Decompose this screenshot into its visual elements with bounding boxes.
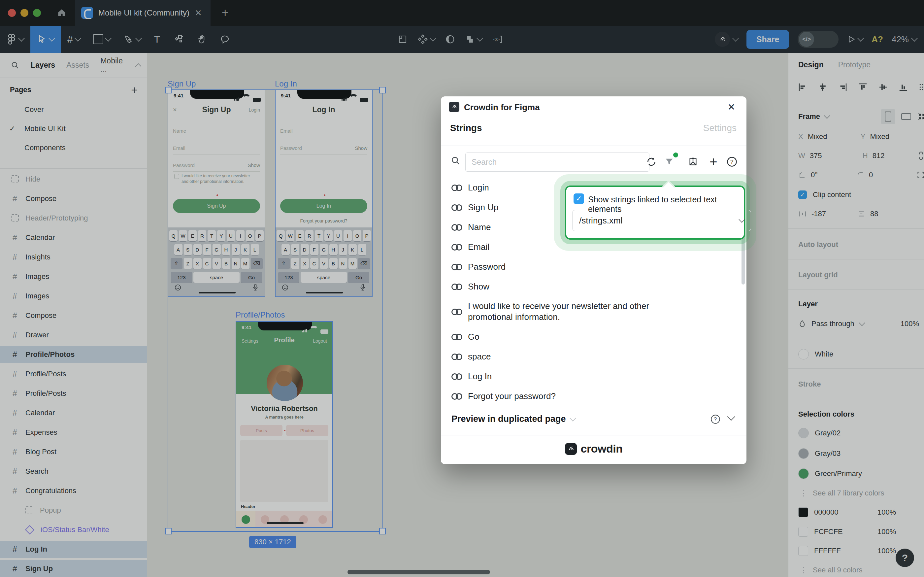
- layer-row[interactable]: #Search: [0, 463, 147, 480]
- mask-icon[interactable]: [445, 34, 455, 44]
- x-value[interactable]: Mixed: [808, 132, 844, 141]
- fill-name[interactable]: White: [815, 350, 833, 358]
- layer-row[interactable]: #Congratulations: [0, 482, 147, 500]
- layer-row[interactable]: #Compose: [0, 307, 147, 324]
- strings-file-dropdown[interactable]: /strings.xml: [572, 210, 751, 231]
- selection-color-row[interactable]: Green/Primary: [788, 466, 924, 482]
- component-tool-button[interactable]: [167, 26, 190, 53]
- pages-panel-icon[interactable]: [398, 34, 407, 44]
- frame-section-header[interactable]: Frame: [798, 112, 820, 121]
- selection-color-value-row[interactable]: 000000 100%: [788, 504, 924, 520]
- show-linked-checkbox[interactable]: ✓: [573, 193, 584, 204]
- color-swatch[interactable]: [798, 546, 808, 556]
- color-swatch[interactable]: [798, 507, 808, 517]
- minimize-window-icon[interactable]: [21, 9, 28, 17]
- constrain-proportions-icon[interactable]: [917, 151, 924, 161]
- layer-row-selected[interactable]: #Log In: [0, 541, 147, 558]
- close-modal-icon[interactable]: ✕: [728, 102, 735, 113]
- home-icon[interactable]: [53, 8, 70, 18]
- text-tool-button[interactable]: T: [148, 26, 167, 53]
- horizontal-gap-value[interactable]: -187: [811, 210, 843, 218]
- color-swatch[interactable]: [798, 527, 808, 537]
- tab-strings[interactable]: Strings: [450, 123, 482, 133]
- layer-row[interactable]: #Profile/Posts: [0, 385, 147, 402]
- frame-tool-button[interactable]: #: [61, 26, 87, 53]
- layer-row[interactable]: #Drawer: [0, 326, 147, 343]
- layer-row[interactable]: Popup: [0, 502, 147, 519]
- layer-row[interactable]: Header/Prototyping: [0, 210, 147, 227]
- selection-handle[interactable]: [165, 87, 172, 93]
- collapse-panel-icon[interactable]: [135, 63, 141, 69]
- help-icon[interactable]: ?: [724, 154, 740, 170]
- y-value[interactable]: Mixed: [870, 132, 889, 141]
- string-row[interactable]: Log In: [441, 366, 747, 386]
- horizontal-scrollbar[interactable]: [348, 570, 490, 574]
- zoom-window-icon[interactable]: [33, 9, 41, 17]
- search-icon[interactable]: [11, 61, 19, 70]
- file-tab[interactable]: Mobile UI kit (Community) ✕: [75, 0, 211, 26]
- color-swatch[interactable]: [798, 468, 809, 479]
- layer-row[interactable]: #Calendar: [0, 229, 147, 246]
- see-all-library-colors[interactable]: ⋮See all 7 library colors: [788, 486, 924, 500]
- frame-label-profile[interactable]: Profile/Photos: [236, 310, 285, 319]
- frame-label-signup[interactable]: Sign Up: [167, 79, 196, 89]
- shrink-to-fit-icon[interactable]: [917, 112, 924, 121]
- tab-design[interactable]: Design: [798, 60, 824, 69]
- align-h-center-icon[interactable]: [818, 82, 827, 92]
- close-window-icon[interactable]: [8, 9, 16, 17]
- layer-row[interactable]: #Expenses: [0, 424, 147, 441]
- current-user-avatar[interactable]: [715, 32, 738, 47]
- add-string-icon[interactable]: +: [705, 154, 721, 170]
- layer-row-selected[interactable]: #Profile/Photos: [0, 346, 147, 363]
- dev-resources-icon[interactable]: </>: [492, 34, 503, 44]
- align-v-center-icon[interactable]: [878, 82, 888, 92]
- new-tab-button[interactable]: +: [211, 6, 240, 20]
- blend-mode-value[interactable]: Pass through: [811, 319, 854, 328]
- expand-preview-icon[interactable]: [727, 413, 735, 421]
- share-button[interactable]: Share: [747, 30, 789, 49]
- color-swatch[interactable]: [798, 428, 809, 438]
- layer-row-selected[interactable]: #Sign Up: [0, 560, 147, 577]
- selection-color-value-row[interactable]: FCFCFE 100%: [788, 524, 924, 540]
- fill-swatch[interactable]: [798, 349, 809, 359]
- pen-tool-button[interactable]: [117, 26, 148, 53]
- tab-assets[interactable]: Assets: [66, 61, 89, 70]
- align-right-icon[interactable]: [838, 82, 848, 92]
- main-menu-button[interactable]: [0, 26, 31, 53]
- file-name-truncated[interactable]: Mobile ...: [100, 56, 130, 74]
- string-row[interactable]: Forgot your password?: [441, 386, 747, 406]
- frame-label-login[interactable]: Log In: [275, 79, 297, 89]
- string-row[interactable]: Email: [441, 237, 747, 257]
- shape-tool-button[interactable]: [87, 26, 117, 53]
- present-button[interactable]: [847, 35, 863, 44]
- tab-prototype[interactable]: Prototype: [838, 60, 871, 69]
- string-row[interactable]: Show: [441, 277, 747, 297]
- close-tab-icon[interactable]: ✕: [195, 8, 202, 18]
- missing-fonts-indicator[interactable]: A?: [871, 34, 883, 45]
- tidy-up-icon[interactable]: [918, 83, 924, 92]
- component-library-icon[interactable]: [417, 34, 435, 45]
- align-top-icon[interactable]: [858, 82, 868, 92]
- profile-frame[interactable]: 9:41 Settings Profile Logout Victoriia R…: [236, 321, 333, 528]
- page-item[interactable]: Components: [0, 138, 147, 158]
- selection-color-row[interactable]: Gray/02: [788, 425, 924, 441]
- layer-row[interactable]: Hide: [0, 171, 147, 188]
- tab-settings[interactable]: Settings: [703, 123, 737, 133]
- h-value[interactable]: 812: [872, 152, 885, 160]
- move-tool-button[interactable]: [31, 26, 61, 53]
- selection-handle[interactable]: [379, 528, 386, 534]
- layer-row[interactable]: #Images: [0, 268, 147, 285]
- preview-help-icon[interactable]: ?: [710, 414, 721, 424]
- string-row[interactable]: Password: [441, 257, 747, 277]
- preview-control[interactable]: Preview in duplicated page: [451, 414, 575, 424]
- login-frame[interactable]: 9:41 Log In Email PasswordShow Log In Fo…: [275, 89, 373, 297]
- page-item[interactable]: Cover: [0, 100, 147, 119]
- string-row[interactable]: space: [441, 347, 747, 366]
- zoom-menu[interactable]: 42%: [892, 34, 917, 45]
- vertical-gap-value[interactable]: 88: [870, 210, 878, 218]
- hand-tool-button[interactable]: [190, 26, 214, 53]
- align-bottom-icon[interactable]: [898, 82, 908, 92]
- comment-tool-button[interactable]: [214, 26, 237, 53]
- string-row[interactable]: Go: [441, 327, 747, 347]
- layer-opacity[interactable]: 100%: [901, 319, 919, 328]
